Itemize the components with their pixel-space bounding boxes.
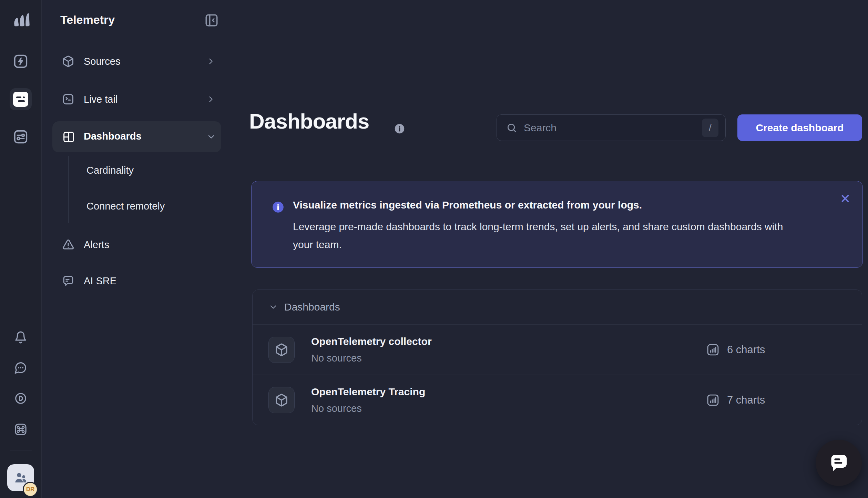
terminal-icon (62, 93, 74, 105)
bar-chart-icon (706, 343, 720, 357)
info-icon[interactable] (394, 123, 405, 134)
charts-count-label: 7 charts (727, 394, 765, 406)
dashboard-layout-icon (62, 131, 75, 143)
mezmo-logo-icon[interactable] (10, 9, 31, 30)
sidebar-item-label: AI SRE (84, 275, 116, 287)
user-initials-badge[interactable]: DR (23, 482, 38, 497)
telemetry-nav-icon-selected[interactable] (10, 88, 32, 110)
sidebar-item-label: Cardinality (86, 165, 134, 176)
dashboards-list-card: Dashboards OpenTelemetry collector No so… (252, 289, 862, 425)
cube-icon (62, 55, 74, 68)
chevron-down-icon (206, 132, 216, 142)
sidebar-item-label: Connect remotely (86, 201, 165, 212)
dashboard-sources: No sources (311, 403, 425, 414)
sidebar-item-connect-remotely[interactable]: Connect remotely (76, 195, 221, 217)
theme-contrast-icon[interactable] (14, 392, 27, 405)
charts-count: 6 charts (706, 343, 765, 357)
sidebar-title: Telemetry (60, 13, 115, 27)
info-circle-icon (272, 201, 285, 214)
group-header-label: Dashboards (284, 301, 340, 313)
charts-count-label: 6 charts (727, 344, 765, 356)
search-input-wrapper: / (497, 114, 726, 141)
chevron-right-icon (206, 94, 216, 104)
sidebar-item-alerts[interactable]: Alerts (42, 233, 233, 256)
charts-count: 7 charts (706, 393, 765, 407)
create-dashboard-button[interactable]: Create dashboard (737, 114, 862, 141)
subnav-guide-line (68, 156, 69, 223)
bar-chart-icon (706, 393, 720, 407)
sidebar-item-dashboards-active[interactable]: Dashboards (52, 121, 221, 152)
message-square-icon (62, 275, 74, 287)
search-shortcut-badge: / (702, 119, 718, 137)
feedback-chat-icon[interactable] (14, 361, 27, 374)
main-content: Dashboards / Create dashboard Visualize … (233, 0, 868, 498)
close-icon[interactable] (838, 192, 852, 205)
dashboard-title: OpenTelemetry Tracing (311, 386, 425, 398)
dashboard-row[interactable]: OpenTelemetry Tracing No sources 7 chart… (253, 375, 862, 425)
search-icon (506, 122, 518, 134)
notifications-bell-icon[interactable] (14, 331, 27, 344)
sidebar-item-ai-sre[interactable]: AI SRE (42, 269, 233, 293)
sidebar-item-live-tail[interactable]: Live tail (42, 88, 233, 111)
dashboard-sources: No sources (311, 353, 432, 364)
dashboard-row[interactable]: OpenTelemetry collector No sources 6 cha… (253, 324, 862, 375)
sidebar-item-label: Alerts (84, 239, 109, 251)
row-texts: OpenTelemetry collector No sources (311, 336, 432, 364)
banner-body: Leverage pre-made dashboards to track lo… (293, 218, 789, 254)
sidebar-item-label: Sources (84, 56, 120, 67)
alert-triangle-icon (62, 238, 74, 251)
cube-icon (268, 387, 295, 413)
sidebar-item-label: Dashboards (84, 131, 142, 142)
pipeline-zap-icon[interactable] (13, 53, 29, 69)
rail-divider (10, 450, 32, 450)
cube-icon (268, 337, 295, 363)
command-menu-icon[interactable] (14, 423, 27, 436)
log-lines-icon (13, 92, 28, 107)
support-chat-fab[interactable] (816, 440, 862, 486)
row-texts: OpenTelemetry Tracing No sources (311, 386, 425, 414)
sidebar-item-sources[interactable]: Sources (42, 50, 233, 73)
sidebar: Telemetry Sources Live tail (42, 0, 233, 498)
collapse-sidebar-icon[interactable] (204, 13, 219, 28)
chevron-down-icon (268, 302, 278, 312)
search-input[interactable] (524, 122, 702, 134)
dashboard-title: OpenTelemetry collector (311, 336, 432, 347)
icon-rail: DR (0, 0, 42, 498)
settings-sliders-icon[interactable] (13, 129, 29, 145)
banner-title: Visualize metrics ingested via Prometheu… (293, 199, 831, 211)
banner-text: Visualize metrics ingested via Prometheu… (293, 199, 831, 254)
info-banner: Visualize metrics ingested via Prometheu… (251, 181, 863, 268)
sidebar-item-label: Live tail (84, 94, 118, 105)
chevron-right-icon (206, 57, 216, 66)
sidebar-item-cardinality[interactable]: Cardinality (76, 159, 221, 181)
dashboards-group-header[interactable]: Dashboards (253, 290, 862, 324)
page-title: Dashboards (249, 109, 369, 133)
